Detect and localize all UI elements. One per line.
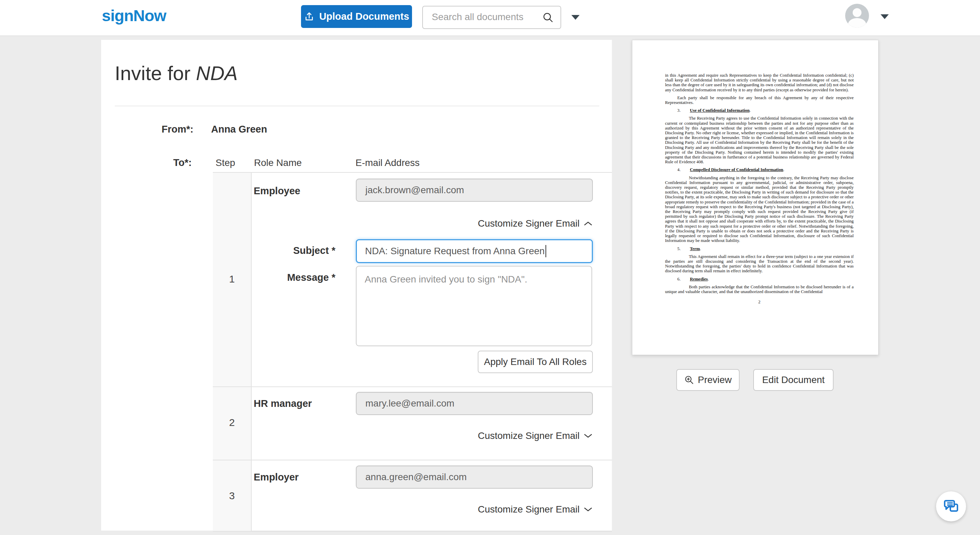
customize-signer-email-toggle[interactable]: Customize Signer Email (478, 504, 592, 514)
signer-email-field[interactable]: anna.green@email.com (356, 465, 593, 489)
page-number: 2 (665, 300, 854, 304)
column-header-email: E-mail Address (355, 157, 420, 168)
support-chat-button[interactable] (936, 491, 966, 521)
chevron-up-icon (584, 221, 592, 226)
document-text: in this Agreement and require such Repre… (665, 73, 854, 304)
apply-email-to-all-roles-button[interactable]: Apply Email To All Roles (478, 351, 593, 373)
preview-button-label: Preview (698, 375, 732, 385)
signer-email-field[interactable]: mary.lee@email.com (356, 392, 593, 415)
role-name: Employer (254, 472, 299, 483)
chat-icon (943, 498, 959, 515)
from-label: From*: (142, 124, 193, 135)
preview-button[interactable]: Preview (676, 369, 740, 391)
title-divider (115, 105, 599, 106)
document-preview-page: in this Agreement and require such Repre… (632, 40, 878, 355)
subject-label: Subject * (199, 245, 336, 256)
subject-input[interactable]: NDA: Signature Request from Anna Green (356, 239, 593, 263)
text-cursor (546, 245, 546, 257)
user-avatar[interactable] (845, 4, 869, 27)
upload-icon (304, 11, 315, 22)
upload-button-label: Upload Documents (319, 11, 409, 22)
column-header-step: Step (216, 157, 235, 168)
step-number: 2 (213, 417, 251, 428)
message-label: Message * (199, 272, 336, 283)
signer-email-field[interactable]: jack.brown@email.com (356, 179, 593, 202)
search-input[interactable] (431, 6, 535, 27)
message-textarea[interactable]: Anna Green invited you to sign "NDA". (356, 266, 592, 346)
customize-signer-email-toggle[interactable]: Customize Signer Email (478, 431, 592, 441)
chevron-down-icon (584, 507, 592, 512)
chevron-down-icon (584, 433, 592, 439)
from-value: Anna Green (211, 124, 267, 135)
invite-card: Invite for NDA From*: Anna Green To*: St… (101, 40, 612, 530)
upload-documents-button[interactable]: Upload Documents (301, 5, 412, 28)
role-name: HR manager (254, 398, 312, 409)
top-header: signNow Upload Documents (0, 0, 980, 36)
search-options-caret-icon[interactable] (571, 15, 579, 20)
document-name: NDA (196, 62, 238, 84)
step-number: 3 (213, 490, 251, 501)
search-icon[interactable] (542, 11, 554, 24)
to-label: To*: (142, 157, 192, 168)
step-column (213, 173, 251, 531)
role-name: Employee (254, 185, 300, 196)
search-box (422, 6, 561, 29)
app-root: signNow Upload Documents (0, 0, 980, 535)
avatar-person-icon (853, 8, 862, 17)
customize-signer-email-toggle[interactable]: Customize Signer Email (478, 219, 592, 228)
edit-document-button[interactable]: Edit Document (753, 369, 834, 391)
zoom-in-icon (684, 375, 694, 385)
column-header-role: Role Name (254, 157, 302, 168)
app-logo[interactable]: signNow (102, 6, 166, 25)
account-menu-caret-icon[interactable] (881, 14, 889, 19)
page-title: Invite for NDA (115, 62, 238, 85)
